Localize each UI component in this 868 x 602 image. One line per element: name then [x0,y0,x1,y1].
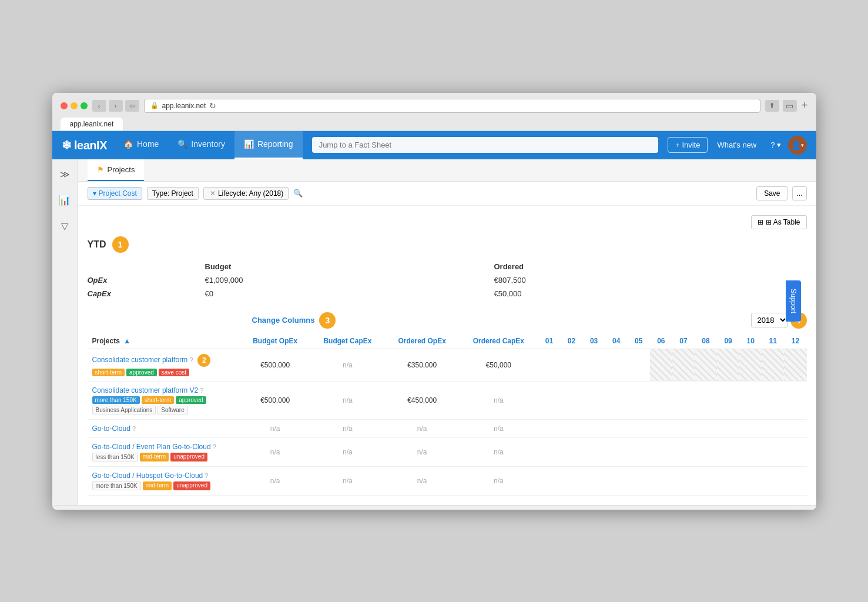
help-question-icon[interactable]: ? [198,387,203,394]
month-cell [739,349,762,381]
nav-reporting[interactable]: 📊 Reporting [234,131,303,159]
month-cell [583,466,605,495]
maximize-window-btn[interactable] [81,102,88,109]
badge-3: 3 [319,312,336,329]
project-name-link[interactable]: Consolidate customer platform V2 [92,386,199,394]
col-m09: 09 [717,333,739,349]
logo-area[interactable]: ❄ leanIX [62,138,107,152]
value-cell: n/a [240,466,310,495]
year-select[interactable]: 2018 2019 2017 [751,313,788,327]
value-cell: €500,000 [240,381,310,419]
col-m03: 03 [583,333,605,349]
ytd-label: YTD [88,239,106,250]
value-cell: €450,000 [385,381,459,419]
sidebar-filter-btn[interactable]: ▽ [54,216,75,237]
minimize-window-btn[interactable] [71,102,78,109]
month-cell [672,437,695,466]
chart-icon: 📊 [244,139,254,149]
value-cell: n/a [459,381,538,419]
month-cell [695,381,717,419]
col-m10: 10 [739,333,762,349]
user-icon: 👤 [791,141,801,150]
filter-type-label: Type: Project [152,189,193,198]
sidebar-chart-btn[interactable]: 📊 [54,190,75,211]
reload-btn[interactable]: ↻ [209,101,216,111]
support-tab[interactable]: Support [786,280,801,322]
month-cell [650,466,672,495]
value-cell: n/a [385,437,459,466]
project-name-link[interactable]: Go-to-Cloud / Event Plan Go-to-Cloud [92,443,211,451]
horizontal-scrollbar[interactable] [52,505,816,510]
month-cell [583,419,605,437]
month-cell [583,349,605,381]
whats-new-btn[interactable]: What's new [710,138,763,152]
help-question-icon[interactable]: ? [211,443,216,450]
tab-view-btn[interactable]: ▭ [125,100,139,112]
project-name-link[interactable]: Consolidate customer platform [92,356,188,364]
ytd-opex-ordered: €807,500 [288,273,806,287]
value-cell: €500,000 [240,349,310,381]
user-avatar[interactable]: 👤 ▾ [788,136,807,155]
close-window-btn[interactable] [61,102,68,109]
as-table-btn[interactable]: ⊞ ⊞ As Table [751,215,806,229]
table-row: Consolidate customer platform V2 ?more t… [88,381,807,419]
table-row: Go-to-Cloud / Hubspot Go-to-Cloud ?more … [88,466,807,495]
help-question-icon[interactable]: ? [203,472,208,479]
filter-project-cost[interactable]: ▾ Project Cost [88,187,142,200]
tag: approved [176,396,206,404]
nav-inventory[interactable]: 🔍 Inventory [168,131,234,159]
month-cell [560,466,582,495]
value-cell: n/a [310,437,385,466]
share-btn[interactable]: ⬆ [765,100,779,112]
help-btn[interactable]: ? ▾ [766,138,785,152]
ytd-opex-row: OpEx €1,009,000 €807,500 [88,273,807,287]
invite-btn[interactable]: + Invite [668,137,708,153]
help-question-icon[interactable]: ? [187,356,193,363]
tab-projects[interactable]: ⚑ Projects [88,159,145,181]
col-m12: 12 [784,333,806,349]
back-btn[interactable]: ‹ [92,100,106,112]
add-tab-btn[interactable]: ▭ [783,100,797,112]
forward-btn[interactable]: › [109,100,123,112]
month-cell [560,349,582,381]
project-name-cell: Go-to-Cloud / Event Plan Go-to-Cloud ?le… [88,437,240,466]
col-m05: 05 [628,333,650,349]
value-cell: n/a [240,419,310,437]
tab-title: app.leanix.net [70,120,114,128]
table-row: Go-to-Cloud ?n/an/an/an/a [88,419,807,437]
data-table: Projects ▲ Budget OpEx Budget CapEx Orde… [88,333,807,496]
filter-lifecycle[interactable]: ✕ Lifecycle: Any (2018) [203,187,289,200]
sidebar-toggle-btn[interactable]: ≫ [54,164,75,185]
month-cell [538,437,560,466]
save-btn[interactable]: Save [756,186,787,200]
url-text: app.leanix.net [162,102,206,110]
month-cell [538,349,560,381]
project-name-link[interactable]: Go-to-Cloud / Hubspot Go-to-Cloud [92,471,203,480]
month-cell [762,381,784,419]
new-tab-btn[interactable]: + [802,99,808,112]
ytd-opex-label: OpEx [88,273,205,287]
filter-search-icon[interactable]: 🔍 [293,189,303,198]
lock-icon: 🔒 [150,102,159,109]
filter-close-icon[interactable]: ✕ [210,189,216,198]
browser-tab[interactable]: app.leanix.net [61,118,123,131]
more-btn[interactable]: ... [792,186,806,200]
value-cell: €50,000 [459,349,538,381]
traffic-lights [61,102,88,109]
month-cell [628,419,650,437]
address-bar[interactable]: 🔒 app.leanix.net ↻ [144,99,760,113]
tab-strip: ⚑ Projects [78,159,816,182]
tag: approved [126,369,157,376]
filter-type[interactable]: Type: Project [147,187,199,200]
nav-home[interactable]: 🏠 Home [114,131,168,159]
month-cell [605,349,628,381]
change-cols-link[interactable]: Change Columns [252,316,315,325]
project-tags: more than 150Kshort-termapprovedBusiness… [92,396,236,414]
help-question-icon[interactable]: ? [130,425,136,432]
project-name-link[interactable]: Go-to-Cloud [92,424,130,433]
project-name-cell: Go-to-Cloud / Hubspot Go-to-Cloud ?more … [88,466,240,495]
filter-caret-icon: ▾ [93,189,96,198]
search-input[interactable] [312,137,659,153]
nav-reporting-label: Reporting [257,139,293,149]
col-m08: 08 [695,333,717,349]
